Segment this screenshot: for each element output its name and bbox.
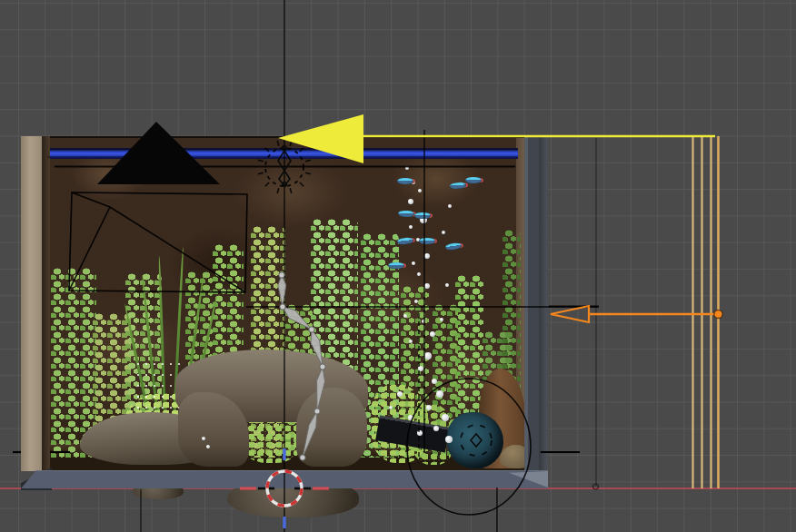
filter-box[interactable] (375, 415, 450, 452)
grass-blade (173, 247, 184, 419)
bubble (424, 283, 430, 289)
water-surface (50, 148, 518, 159)
wireframe-box[interactable] (69, 192, 247, 292)
fish-body (419, 238, 435, 244)
bush-plant[interactable] (369, 383, 429, 463)
flat-rock[interactable] (80, 412, 216, 465)
aquarium-tank[interactable] (0, 0, 796, 532)
bubble (414, 300, 418, 303)
fish-tail (410, 212, 416, 216)
neon-tetra[interactable] (398, 211, 414, 218)
neon-tetra[interactable] (445, 242, 463, 251)
bubble (418, 189, 422, 192)
bush-plant[interactable] (410, 403, 455, 465)
fish-body (398, 211, 414, 218)
plant-column[interactable] (502, 229, 521, 463)
bubble (424, 352, 432, 360)
fish-body (388, 262, 404, 269)
grass-blade (141, 275, 159, 419)
neon-tetra-school[interactable] (50, 138, 524, 472)
neon-tetra[interactable] (397, 237, 414, 245)
neon-tetra[interactable] (397, 178, 413, 184)
fish-body (414, 212, 431, 219)
plant-column[interactable] (185, 271, 213, 467)
fish-tail (426, 213, 433, 218)
plant-column[interactable] (51, 267, 96, 467)
plant-column[interactable] (455, 274, 484, 467)
bubble (206, 445, 210, 448)
armature-bone-chain[interactable] (278, 272, 325, 460)
bone[interactable] (303, 411, 317, 458)
fish-body (465, 177, 482, 183)
bone[interactable] (317, 367, 325, 411)
bubble (420, 216, 427, 223)
fish-tail (431, 239, 437, 243)
arch-rock-left-leg[interactable] (178, 392, 249, 467)
plant-column[interactable] (285, 303, 313, 467)
neon-tetra[interactable] (414, 212, 431, 219)
plant-column[interactable] (251, 225, 285, 467)
bubble (440, 318, 443, 321)
point-light-gizmo[interactable] (258, 141, 311, 193)
flower-spikes (134, 360, 180, 438)
plant-column[interactable] (311, 218, 358, 467)
lamp-ray (290, 188, 292, 193)
bubble (412, 261, 415, 265)
driftwood[interactable] (479, 369, 524, 468)
bubble (408, 199, 413, 204)
lamp-ray (305, 172, 311, 174)
x-axis-line (0, 488, 796, 489)
fish-body (397, 237, 414, 245)
plant-column[interactable] (401, 285, 430, 467)
bone-joint[interactable] (314, 409, 320, 414)
neon-tetra[interactable] (419, 238, 435, 244)
viewport-3d[interactable] (0, 0, 796, 532)
lamp-ray (265, 148, 269, 152)
plant-column[interactable] (361, 232, 399, 467)
bone-joint[interactable] (279, 272, 284, 278)
bubble (422, 320, 425, 323)
bone[interactable] (278, 275, 286, 307)
grass-blade (189, 295, 218, 420)
bone-joint[interactable] (280, 304, 285, 310)
bone-joint[interactable] (309, 327, 314, 332)
lamp-dashes (461, 425, 492, 456)
neon-tetra[interactable] (465, 177, 482, 183)
bone-joint[interactable] (300, 455, 305, 460)
arch-rock-top[interactable] (175, 350, 368, 422)
plant-column[interactable] (483, 330, 512, 465)
bush-plant[interactable] (236, 399, 303, 463)
rock[interactable] (227, 478, 359, 517)
plant-column[interactable] (213, 243, 244, 468)
bone-joint[interactable] (320, 364, 325, 369)
fish-tail (409, 179, 415, 183)
bubble (397, 391, 403, 397)
fish-body (450, 182, 466, 189)
bubble (202, 437, 205, 440)
bush-plant[interactable] (124, 392, 214, 461)
bubble (405, 166, 409, 170)
bubble (389, 406, 393, 409)
tank-interior[interactable] (50, 136, 524, 472)
light-path-yellow[interactable] (278, 114, 715, 163)
moss-ball[interactable] (447, 412, 503, 468)
bone[interactable] (311, 330, 323, 367)
manipulator-dot[interactable] (714, 310, 722, 318)
bubble (418, 366, 423, 371)
bubble (430, 331, 435, 337)
fish-tail (409, 238, 415, 243)
plant-column[interactable] (433, 303, 458, 467)
tank-bottom-frame-bevel (509, 471, 548, 488)
bubble (442, 231, 445, 234)
translate-arrow[interactable] (549, 306, 722, 322)
bone[interactable] (283, 307, 312, 330)
plant-column[interactable] (93, 312, 131, 467)
spot-light-cone[interactable] (97, 122, 220, 184)
rock[interactable] (133, 482, 184, 499)
tan-rock[interactable] (500, 445, 524, 468)
substrate (50, 443, 524, 472)
plant-column[interactable] (125, 272, 162, 467)
neon-tetra[interactable] (450, 182, 466, 189)
neon-tetra[interactable] (388, 262, 404, 269)
arch-rock-right-leg[interactable] (296, 388, 367, 467)
